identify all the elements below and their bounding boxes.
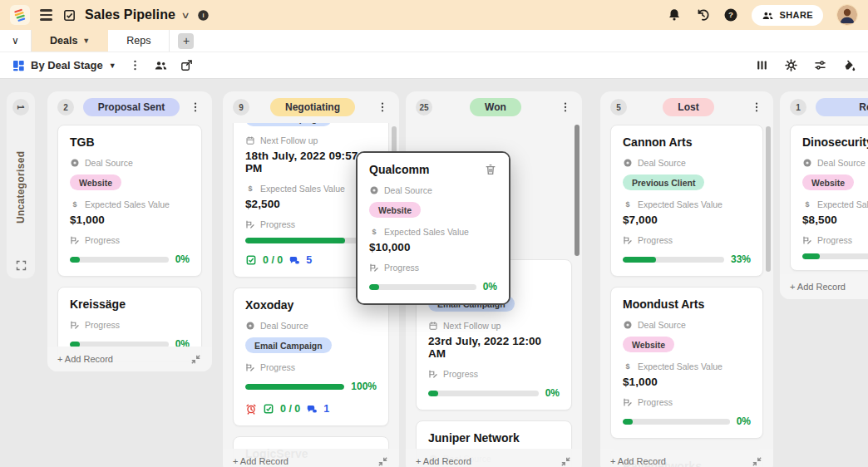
- view-selector[interactable]: By Deal Stage ▼: [12, 59, 116, 72]
- add-record-button[interactable]: + Add Record: [790, 282, 846, 292]
- column-menu-icon[interactable]: [750, 101, 763, 114]
- progress-icon: [428, 369, 438, 379]
- deal-card-cannon-arts[interactable]: Cannon ArtsDeal SourcePrevious Client$Ex…: [610, 125, 763, 277]
- column-footer: + Add Record: [47, 347, 212, 371]
- checklist-icon: [245, 254, 257, 266]
- currency-icon: $: [369, 227, 379, 237]
- progress-bar: 0%: [70, 253, 190, 265]
- progress-bar: 33%: [623, 253, 751, 265]
- info-icon[interactable]: i: [197, 9, 210, 22]
- dragged-card-qualcomm[interactable]: QualcommDeal SourceWebsite$Expected Sale…: [356, 151, 510, 305]
- deal-card-dinosecurity[interactable]: DinosecurityDeal SourceWebsite$Expected …: [790, 125, 868, 271]
- field-value-pill: Previous Client: [623, 175, 704, 190]
- expand-column-icon[interactable]: [15, 259, 27, 272]
- tab-reps[interactable]: Reps: [108, 30, 170, 52]
- column-stage-pill: Lost: [663, 98, 713, 116]
- collapse-column-icon[interactable]: [377, 455, 389, 467]
- settings-gear-icon[interactable]: [784, 58, 798, 72]
- field-label: Deal Source: [623, 320, 751, 330]
- column-menu-icon[interactable]: [376, 101, 389, 114]
- field-label: Progress: [70, 235, 190, 245]
- svg-text:$: $: [72, 200, 76, 209]
- add-record-button[interactable]: + Add Record: [610, 456, 666, 466]
- column-cards: TGBDeal SourceWebsite$Expected Sales Val…: [47, 123, 212, 371]
- help-icon[interactable]: ?: [723, 7, 738, 22]
- column-footer: + Add Record: [780, 274, 868, 299]
- checklist-icon: [263, 403, 274, 415]
- column-count-badge: 1: [12, 99, 29, 116]
- deal-card-qualcomm[interactable]: QualcommDeal SourceWebsite$Expected Sale…: [358, 153, 509, 303]
- card-title: Kreissäge: [70, 297, 126, 311]
- comments-count: 1: [323, 403, 329, 415]
- field-label: Progress: [245, 362, 377, 372]
- view-caret-icon: ▼: [109, 61, 116, 70]
- field-label: Progress: [623, 235, 751, 245]
- field-label: Deal Source: [623, 158, 751, 168]
- color-fill-icon[interactable]: [842, 58, 856, 72]
- collapse-column-icon[interactable]: [751, 455, 763, 467]
- field-value-pill: Email Campaign: [245, 337, 332, 353]
- field-label: $Expected Sales Value: [70, 199, 190, 209]
- field-label: Deal Source: [70, 158, 190, 168]
- deal-card-moondust-arts[interactable]: Moondust ArtsDeal SourceWebsite$Expected…: [610, 287, 763, 439]
- collapse-column-icon[interactable]: [190, 353, 202, 366]
- column-menu-icon[interactable]: [559, 101, 572, 114]
- filter-sliders-icon[interactable]: [813, 58, 827, 72]
- share-view-icon[interactable]: [180, 58, 194, 72]
- progress-bar: 100%: [245, 381, 377, 392]
- reminder-icon: [245, 403, 257, 415]
- add-record-button[interactable]: + Add Record: [57, 354, 113, 364]
- select-icon: [245, 321, 255, 331]
- collapse-column-icon[interactable]: [560, 455, 572, 467]
- comments-icon: [306, 403, 318, 415]
- card-title: Xoxoday: [245, 298, 293, 312]
- column-count-badge: 25: [416, 99, 432, 116]
- add-table-button[interactable]: +: [178, 33, 194, 49]
- collaborators-icon[interactable]: [154, 58, 168, 72]
- progress-percent: 0%: [545, 387, 560, 399]
- view-name: By Deal Stage: [31, 59, 103, 71]
- column-cards: Cannon ArtsDeal SourcePrevious Client$Ex…: [600, 123, 773, 467]
- field-value: $7,000: [623, 214, 751, 226]
- history-icon[interactable]: [695, 7, 710, 22]
- title-chevron-down-icon[interactable]: ∨: [180, 10, 190, 21]
- collaborators-icon: [762, 9, 774, 22]
- field-label: Next Follow up: [245, 135, 377, 145]
- progress-percent: 0%: [483, 281, 497, 292]
- progress-icon: [623, 235, 633, 245]
- field-label: Deal Source: [245, 321, 377, 331]
- column-cards: DinosecurityDeal SourceWebsite$Expected …: [780, 123, 868, 281]
- column-menu-icon[interactable]: [189, 101, 202, 114]
- share-button[interactable]: SHARE: [752, 5, 823, 26]
- column-stage-pill: Won: [470, 98, 521, 116]
- svg-text:$: $: [625, 200, 629, 209]
- card-title: Dinosecurity: [802, 135, 868, 149]
- stackby-logo-icon[interactable]: [10, 5, 30, 25]
- kanban-board: 1 Uncategorised 2Proposal SentTGBDeal So…: [0, 79, 868, 467]
- tabs-chevron-down-icon[interactable]: ∨: [0, 30, 32, 52]
- view-checkbox-icon[interactable]: [62, 8, 76, 22]
- deal-card-tgb[interactable]: TGBDeal SourceWebsite$Expected Sales Val…: [57, 125, 202, 277]
- trash-icon[interactable]: [484, 163, 497, 176]
- user-avatar[interactable]: [836, 4, 858, 26]
- svg-text:$: $: [248, 184, 252, 193]
- select-icon: [802, 158, 812, 168]
- column-scrollbar[interactable]: [766, 126, 771, 272]
- view-more-icon[interactable]: [128, 58, 142, 72]
- page-title: Sales Pipeline: [85, 7, 175, 22]
- column-proposal-sent: 2Proposal SentTGBDeal SourceWebsite$Expe…: [47, 91, 212, 371]
- progress-icon: [369, 263, 379, 273]
- add-record-button[interactable]: + Add Record: [233, 456, 289, 466]
- column-scrollbar[interactable]: [575, 125, 579, 256]
- column-footer: + Add Record: [406, 449, 582, 467]
- add-record-button[interactable]: + Add Record: [416, 456, 471, 466]
- field-label: Progress: [623, 397, 751, 407]
- tab-deals[interactable]: Deals▼: [32, 30, 108, 52]
- collapsed-column-uncategorised[interactable]: 1 Uncategorised: [7, 92, 35, 278]
- hamburger-menu-icon[interactable]: [38, 7, 54, 22]
- field-value-pill: Email Campaign: [245, 123, 332, 126]
- hide-fields-icon[interactable]: [755, 58, 769, 72]
- comments-icon: [289, 254, 300, 266]
- deal-card-xoxoday[interactable]: XoxodayDeal SourceEmail CampaignProgress…: [233, 288, 389, 426]
- notifications-bell-icon[interactable]: [667, 7, 682, 22]
